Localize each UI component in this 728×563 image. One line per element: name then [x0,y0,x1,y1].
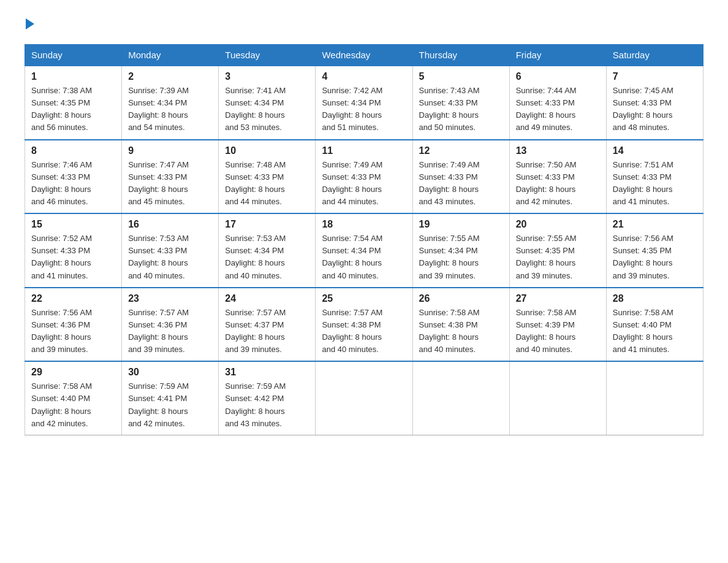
calendar-cell [412,361,509,435]
day-info: Sunrise: 7:46 AMSunset: 4:33 PMDaylight:… [31,159,115,209]
calendar-table: SundayMondayTuesdayWednesdayThursdayFrid… [25,44,703,435]
calendar-cell: 20Sunrise: 7:55 AMSunset: 4:35 PMDayligh… [509,213,606,288]
calendar-cell: 19Sunrise: 7:55 AMSunset: 4:34 PMDayligh… [412,213,509,288]
day-number: 14 [613,145,697,156]
day-number: 18 [322,219,406,230]
day-info: Sunrise: 7:45 AMSunset: 4:33 PMDaylight:… [613,85,697,134]
day-info: Sunrise: 7:58 AMSunset: 4:40 PMDaylight:… [613,307,697,356]
day-info: Sunrise: 7:57 AMSunset: 4:36 PMDaylight:… [128,307,212,356]
calendar-cell: 31Sunrise: 7:59 AMSunset: 4:42 PMDayligh… [219,361,316,435]
day-info: Sunrise: 7:57 AMSunset: 4:37 PMDaylight:… [225,307,309,356]
day-info: Sunrise: 7:43 AMSunset: 4:33 PMDaylight:… [419,85,503,134]
calendar-header-row: SundayMondayTuesdayWednesdayThursdayFrid… [25,45,703,66]
calendar-week-row: 1Sunrise: 7:38 AMSunset: 4:35 PMDaylight… [25,66,703,140]
calendar-week-row: 15Sunrise: 7:52 AMSunset: 4:33 PMDayligh… [25,213,703,288]
day-info: Sunrise: 7:59 AMSunset: 4:41 PMDaylight:… [128,380,212,430]
day-info: Sunrise: 7:51 AMSunset: 4:33 PMDaylight:… [613,159,697,209]
day-info: Sunrise: 7:39 AMSunset: 4:34 PMDaylight:… [128,85,212,134]
day-info: Sunrise: 7:41 AMSunset: 4:34 PMDaylight:… [225,85,309,134]
day-info: Sunrise: 7:52 AMSunset: 4:33 PMDaylight:… [31,232,115,282]
day-number: 24 [225,293,309,304]
day-number: 4 [322,71,406,82]
calendar-cell: 8Sunrise: 7:46 AMSunset: 4:33 PMDaylight… [25,140,122,214]
calendar-cell: 27Sunrise: 7:58 AMSunset: 4:39 PMDayligh… [509,288,606,362]
weekday-header-thursday: Thursday [412,45,509,66]
calendar-cell: 10Sunrise: 7:48 AMSunset: 4:33 PMDayligh… [219,140,316,214]
logo-blue-container [25,18,38,32]
day-number: 27 [516,293,600,304]
day-info: Sunrise: 7:58 AMSunset: 4:38 PMDaylight:… [419,307,503,356]
weekday-header-friday: Friday [509,45,606,66]
calendar-cell: 9Sunrise: 7:47 AMSunset: 4:33 PMDaylight… [122,140,219,214]
day-number: 31 [225,367,309,378]
day-info: Sunrise: 7:54 AMSunset: 4:34 PMDaylight:… [322,232,406,282]
weekday-header-sunday: Sunday [25,45,122,66]
calendar-cell: 26Sunrise: 7:58 AMSunset: 4:38 PMDayligh… [412,288,509,362]
calendar-cell: 3Sunrise: 7:41 AMSunset: 4:34 PMDaylight… [219,66,316,140]
calendar-cell: 13Sunrise: 7:50 AMSunset: 4:33 PMDayligh… [509,140,606,214]
day-number: 17 [225,219,309,230]
day-info: Sunrise: 7:42 AMSunset: 4:34 PMDaylight:… [322,85,406,134]
day-number: 28 [613,293,697,304]
calendar-week-row: 8Sunrise: 7:46 AMSunset: 4:33 PMDaylight… [25,140,703,214]
calendar-cell: 11Sunrise: 7:49 AMSunset: 4:33 PMDayligh… [316,140,412,214]
calendar-cell: 16Sunrise: 7:53 AMSunset: 4:33 PMDayligh… [122,213,219,288]
day-number: 23 [128,293,212,304]
calendar-cell: 4Sunrise: 7:42 AMSunset: 4:34 PMDaylight… [316,66,412,140]
day-info: Sunrise: 7:47 AMSunset: 4:33 PMDaylight:… [128,159,212,209]
calendar-cell: 22Sunrise: 7:56 AMSunset: 4:36 PMDayligh… [25,288,122,362]
day-info: Sunrise: 7:58 AMSunset: 4:39 PMDaylight:… [516,307,600,356]
weekday-header-monday: Monday [122,45,219,66]
calendar-cell: 18Sunrise: 7:54 AMSunset: 4:34 PMDayligh… [316,213,412,288]
day-info: Sunrise: 7:55 AMSunset: 4:35 PMDaylight:… [516,232,600,282]
day-number: 22 [31,293,115,304]
calendar-cell: 12Sunrise: 7:49 AMSunset: 4:33 PMDayligh… [412,140,509,214]
logo [25,18,38,32]
day-info: Sunrise: 7:38 AMSunset: 4:35 PMDaylight:… [31,85,115,134]
day-number: 26 [419,293,503,304]
day-info: Sunrise: 7:48 AMSunset: 4:33 PMDaylight:… [225,159,309,209]
day-number: 20 [516,219,600,230]
day-number: 30 [128,367,212,378]
day-number: 6 [516,71,600,82]
calendar-cell [316,361,412,435]
day-number: 9 [128,145,212,156]
weekday-header-saturday: Saturday [606,45,703,66]
page-header [25,18,703,32]
day-info: Sunrise: 7:57 AMSunset: 4:38 PMDaylight:… [322,307,406,356]
day-info: Sunrise: 7:59 AMSunset: 4:42 PMDaylight:… [225,380,309,430]
day-info: Sunrise: 7:44 AMSunset: 4:33 PMDaylight:… [516,85,600,134]
day-number: 25 [322,293,406,304]
day-info: Sunrise: 7:53 AMSunset: 4:33 PMDaylight:… [128,232,212,282]
weekday-header-wednesday: Wednesday [316,45,412,66]
calendar-cell: 24Sunrise: 7:57 AMSunset: 4:37 PMDayligh… [219,288,316,362]
day-info: Sunrise: 7:53 AMSunset: 4:34 PMDaylight:… [225,232,309,282]
day-number: 29 [31,367,115,378]
calendar-cell: 21Sunrise: 7:56 AMSunset: 4:35 PMDayligh… [606,213,703,288]
day-info: Sunrise: 7:56 AMSunset: 4:36 PMDaylight:… [31,307,115,356]
calendar-cell: 30Sunrise: 7:59 AMSunset: 4:41 PMDayligh… [122,361,219,435]
calendar-cell: 6Sunrise: 7:44 AMSunset: 4:33 PMDaylight… [509,66,606,140]
calendar-cell: 17Sunrise: 7:53 AMSunset: 4:34 PMDayligh… [219,213,316,288]
day-info: Sunrise: 7:58 AMSunset: 4:40 PMDaylight:… [31,380,115,430]
calendar-cell: 29Sunrise: 7:58 AMSunset: 4:40 PMDayligh… [25,361,122,435]
day-info: Sunrise: 7:56 AMSunset: 4:35 PMDaylight:… [613,232,697,282]
calendar-week-row: 22Sunrise: 7:56 AMSunset: 4:36 PMDayligh… [25,288,703,362]
day-number: 12 [419,145,503,156]
day-number: 15 [31,219,115,230]
day-number: 10 [225,145,309,156]
calendar-cell: 28Sunrise: 7:58 AMSunset: 4:40 PMDayligh… [606,288,703,362]
calendar-cell [606,361,703,435]
day-number: 7 [613,71,697,82]
calendar-cell: 15Sunrise: 7:52 AMSunset: 4:33 PMDayligh… [25,213,122,288]
calendar-cell: 23Sunrise: 7:57 AMSunset: 4:36 PMDayligh… [122,288,219,362]
day-number: 2 [128,71,212,82]
calendar-cell: 7Sunrise: 7:45 AMSunset: 4:33 PMDaylight… [606,66,703,140]
logo-triangle-icon [26,18,34,29]
calendar-cell: 2Sunrise: 7:39 AMSunset: 4:34 PMDaylight… [122,66,219,140]
day-number: 1 [31,71,115,82]
day-info: Sunrise: 7:49 AMSunset: 4:33 PMDaylight:… [322,159,406,209]
day-number: 8 [31,145,115,156]
day-number: 11 [322,145,406,156]
day-number: 3 [225,71,309,82]
